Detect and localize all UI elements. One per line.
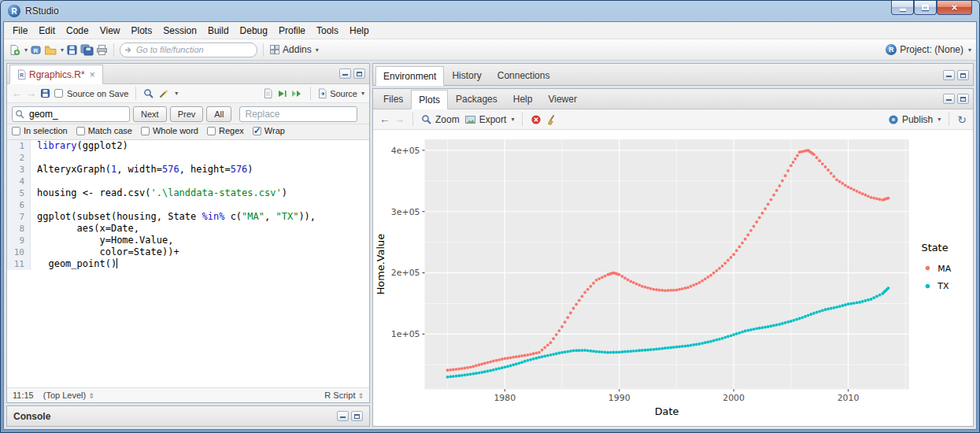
code-tools-caret-icon[interactable]: ▾ xyxy=(175,90,178,97)
publish-button[interactable]: Publish ▾ xyxy=(888,114,941,125)
save-icon[interactable] xyxy=(40,88,50,98)
checkbox-whole-word[interactable]: Whole word xyxy=(141,126,198,135)
open-file-button[interactable] xyxy=(44,44,57,56)
code-line[interactable]: 11 geom_point() xyxy=(7,258,369,270)
menu-profile[interactable]: Profile xyxy=(273,24,311,38)
source-on-save-checkbox[interactable] xyxy=(54,89,63,98)
menu-build[interactable]: Build xyxy=(202,24,235,38)
rerun-icon[interactable] xyxy=(291,89,303,98)
new-project-button[interactable]: R xyxy=(30,44,42,56)
checkbox-regex[interactable]: Regex xyxy=(207,126,244,135)
menu-tools[interactable]: Tools xyxy=(311,24,344,38)
export-button[interactable]: Export ▾ xyxy=(464,114,515,125)
menu-code[interactable]: Code xyxy=(61,24,94,38)
code-editor[interactable]: 1library(ggplot2)2 3AlteryxGraph(1, widt… xyxy=(7,140,369,387)
minimize-button[interactable] xyxy=(891,1,914,15)
previous-plot-button[interactable]: ← xyxy=(379,113,390,125)
pane-minimize-button[interactable] xyxy=(943,94,955,104)
file-type-selector[interactable]: R Script⇕ xyxy=(324,390,364,400)
panes-layout-icon[interactable] xyxy=(269,44,280,55)
menu-file[interactable]: File xyxy=(7,24,33,38)
find-input[interactable] xyxy=(12,106,130,122)
zoom-button[interactable]: Zoom xyxy=(421,114,460,125)
code-line[interactable]: 8 aes(x=Date, xyxy=(7,223,369,235)
pane-minimize-button[interactable] xyxy=(339,68,351,79)
tab-plots[interactable]: Plots xyxy=(411,90,448,109)
pane-maximize-button[interactable] xyxy=(957,94,969,104)
editor-toolbar: ← → Source on Save ▾ xyxy=(7,84,369,103)
svg-text:1980: 1980 xyxy=(494,393,516,403)
find-all-button[interactable]: All xyxy=(206,106,231,122)
close-button[interactable]: × xyxy=(937,1,972,15)
new-file-caret-icon[interactable]: ▾ xyxy=(24,46,28,54)
console-pane[interactable]: Console xyxy=(6,405,370,427)
project-chooser[interactable]: R Project: (None) ▾ xyxy=(886,44,971,55)
svg-text:2010: 2010 xyxy=(838,393,860,403)
print-button[interactable] xyxy=(96,44,108,56)
run-icon[interactable] xyxy=(277,89,287,98)
menu-debug[interactable]: Debug xyxy=(235,24,273,38)
project-caret-icon: ▾ xyxy=(968,46,971,54)
pane-maximize-button[interactable] xyxy=(353,68,365,79)
maximize-icon xyxy=(922,5,929,10)
pane-minimize-button[interactable] xyxy=(943,70,955,80)
code-line[interactable]: 2 xyxy=(7,152,369,164)
tab-help[interactable]: Help xyxy=(505,89,541,109)
code-line[interactable]: 4 xyxy=(7,176,369,187)
find-replace-icon[interactable] xyxy=(143,88,154,99)
remove-plot-button[interactable] xyxy=(531,114,542,125)
find-next-button[interactable]: Next xyxy=(133,106,167,122)
clear-plots-button[interactable] xyxy=(546,114,557,125)
tab-viewer[interactable]: Viewer xyxy=(540,89,584,109)
checkbox-match-case[interactable]: Match case xyxy=(76,126,132,135)
tab-files[interactable]: Files xyxy=(375,89,411,109)
source-button[interactable]: Source ▾ xyxy=(318,88,364,98)
menu-view[interactable]: View xyxy=(94,24,126,38)
code-line[interactable]: 7ggplot(subset(housing, State %in% c("MA… xyxy=(7,211,369,223)
goto-file-input[interactable] xyxy=(120,43,257,57)
goto-file-wrap xyxy=(120,43,257,57)
code-line[interactable]: 10 color=State))+ xyxy=(7,246,369,258)
source-pane: R Rgraphics.R* × ← → xyxy=(6,63,370,403)
pane-minimize-button[interactable] xyxy=(337,411,349,421)
tab-packages[interactable]: Packages xyxy=(448,89,505,109)
next-plot-button[interactable]: → xyxy=(394,113,405,125)
addins-button[interactable]: Addins xyxy=(283,44,312,55)
back-icon[interactable]: ← xyxy=(12,87,22,99)
refresh-icon[interactable]: ↻ xyxy=(957,113,967,126)
find-input-wrap xyxy=(12,106,130,122)
code-line[interactable]: 6 xyxy=(7,199,369,211)
code-line[interactable]: 5housing <- read.csv('.\landdata-states.… xyxy=(7,187,369,199)
find-prev-button[interactable]: Prev xyxy=(170,106,204,122)
code-line[interactable]: 3AlteryxGraph(1, width=576, height=576) xyxy=(7,164,369,176)
menu-edit[interactable]: Edit xyxy=(33,24,61,38)
menu-session[interactable]: Session xyxy=(157,24,202,38)
tab-environment[interactable]: Environment xyxy=(375,66,444,86)
code-line[interactable]: 1library(ggplot2) xyxy=(7,140,369,152)
tab-history[interactable]: History xyxy=(444,65,489,85)
replace-input[interactable] xyxy=(239,106,357,122)
tab-rgraphics[interactable]: R Rgraphics.R* × xyxy=(9,65,103,84)
compile-report-icon[interactable] xyxy=(264,88,273,98)
save-all-button[interactable] xyxy=(80,44,94,56)
close-tab-icon[interactable]: × xyxy=(90,71,95,79)
project-icon: R xyxy=(886,44,897,55)
code-tools-icon[interactable] xyxy=(158,88,169,99)
checkbox-in-selection[interactable]: In selection xyxy=(12,126,68,135)
scope-selector[interactable]: (Top Level)⇕ xyxy=(43,390,94,400)
pane-maximize-button[interactable] xyxy=(351,411,363,421)
menu-help[interactable]: Help xyxy=(344,24,375,38)
pane-maximize-button[interactable] xyxy=(957,70,969,80)
forward-icon[interactable]: → xyxy=(26,87,36,99)
addins-caret-icon[interactable]: ▾ xyxy=(316,46,319,54)
tab-connections[interactable]: Connections xyxy=(490,65,558,85)
new-file-button[interactable] xyxy=(9,44,20,56)
checkbox-wrap[interactable]: Wrap xyxy=(253,126,285,135)
code-line[interactable]: 9 y=Home.Value, xyxy=(7,235,369,246)
open-file-caret-icon[interactable]: ▾ xyxy=(61,46,64,54)
titlebar[interactable]: R RStudio × xyxy=(3,1,977,21)
save-button[interactable] xyxy=(66,44,78,56)
maximize-button[interactable] xyxy=(914,1,937,15)
menu-plots[interactable]: Plots xyxy=(126,24,158,38)
client-area: File Edit Code View Plots Session Build … xyxy=(3,21,977,430)
